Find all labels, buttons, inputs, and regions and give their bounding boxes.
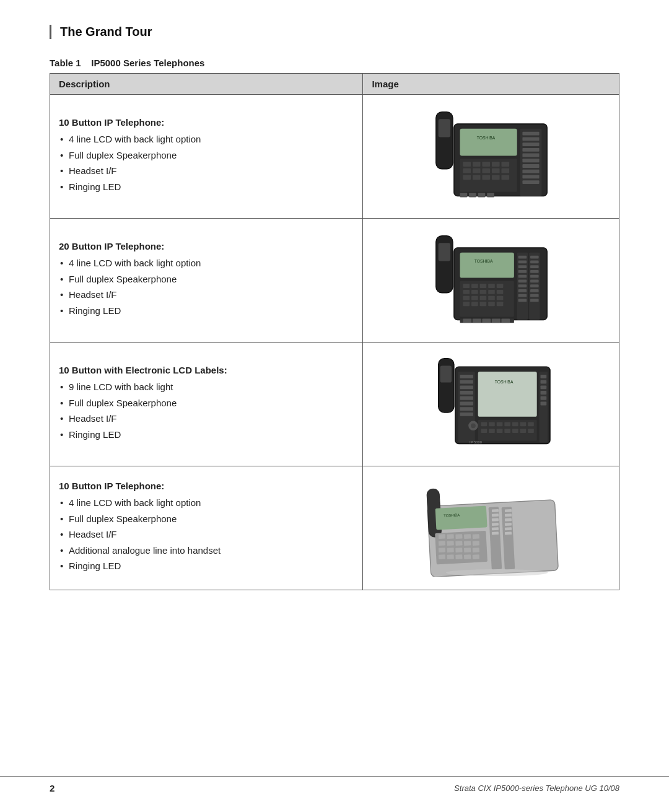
svg-rect-19: [482, 162, 490, 167]
svg-rect-60: [530, 289, 539, 292]
svg-rect-105: [540, 375, 546, 378]
svg-text:TOSHIBA: TOSHIBA: [495, 380, 514, 384]
list-item: Additional analogue line into handset: [59, 544, 354, 558]
svg-rect-50: [518, 294, 527, 297]
svg-rect-21: [501, 162, 509, 167]
list-item: Full duplex Speakerphone: [59, 273, 354, 287]
svg-rect-117: [520, 422, 526, 427]
svg-rect-122: [504, 429, 510, 433]
svg-rect-142: [505, 513, 512, 517]
svg-rect-57: [530, 275, 539, 278]
svg-rect-54: [530, 260, 539, 263]
svg-rect-99: [460, 391, 473, 395]
svg-rect-125: [528, 429, 534, 433]
svg-rect-7: [522, 137, 539, 141]
svg-rect-77: [488, 296, 495, 300]
svg-rect-45: [518, 270, 527, 273]
page-footer: 2 Strata CIX IP5000-series Telephone UG …: [0, 776, 669, 793]
svg-rect-149: [447, 534, 453, 539]
svg-rect-121: [496, 429, 502, 433]
svg-rect-44: [518, 265, 527, 268]
svg-rect-156: [464, 541, 471, 546]
svg-rect-108: [540, 391, 546, 395]
svg-rect-64: [463, 284, 470, 288]
svg-rect-115: [504, 422, 510, 427]
svg-rect-135: [492, 513, 499, 517]
svg-rect-42: [518, 256, 527, 259]
svg-rect-46: [518, 275, 527, 278]
svg-rect-151: [464, 534, 471, 539]
svg-rect-120: [489, 429, 495, 433]
page-number: 2: [50, 783, 55, 793]
svg-rect-32: [460, 193, 467, 198]
svg-rect-72: [488, 290, 495, 294]
svg-rect-71: [479, 290, 486, 294]
svg-rect-116: [512, 422, 518, 427]
feature-list: 9 line LCD with back lightFull duplex Sp…: [59, 380, 354, 442]
svg-rect-89: [501, 319, 510, 323]
svg-rect-29: [482, 175, 490, 180]
svg-rect-103: [460, 413, 473, 416]
svg-rect-35: [487, 193, 494, 198]
svg-rect-56: [530, 270, 539, 273]
svg-rect-74: [463, 296, 470, 300]
svg-rect-82: [488, 302, 495, 306]
svg-rect-165: [455, 554, 462, 559]
svg-rect-153: [439, 541, 445, 546]
table-heading: IP5000 Series Telephones: [91, 58, 204, 68]
svg-point-127: [471, 423, 476, 428]
list-item: Headset I/F: [59, 288, 354, 302]
description-cell: 10 Button IP Telephone:4 line LCD with b…: [50, 95, 363, 219]
svg-rect-102: [460, 407, 473, 411]
svg-rect-48: [518, 284, 527, 287]
doc-title: Strata CIX IP5000-series Telephone UG 10…: [454, 784, 619, 793]
list-item: Ringing LED: [59, 559, 354, 574]
svg-rect-22: [463, 168, 471, 173]
svg-rect-136: [492, 518, 499, 522]
table-label: Table 1: [50, 58, 81, 68]
phone-image: TOSHIBA IP: [423, 354, 559, 453]
feature-list: 4 line LCD with back light optionFull du…: [59, 133, 354, 194]
svg-rect-85: [463, 319, 471, 323]
svg-rect-31: [501, 175, 509, 180]
svg-rect-80: [471, 302, 478, 306]
col-image-header: Image: [363, 74, 619, 95]
svg-rect-24: [482, 168, 490, 173]
svg-rect-49: [518, 289, 527, 292]
svg-rect-10: [522, 154, 539, 157]
svg-rect-138: [492, 527, 499, 530]
svg-rect-110: [540, 402, 546, 406]
list-item: Ringing LED: [59, 180, 354, 194]
image-cell: TOSHIBA: [363, 219, 619, 343]
table-title: Table 1 IP5000 Series Telephones: [50, 58, 619, 68]
svg-rect-25: [492, 168, 500, 173]
table-row: 20 Button IP Telephone:4 line LCD with b…: [50, 219, 619, 343]
svg-rect-18: [473, 162, 481, 167]
phone-title: 10 Button IP Telephone:: [59, 117, 354, 128]
svg-rect-30: [492, 175, 500, 180]
svg-rect-61: [530, 294, 539, 297]
svg-rect-73: [496, 290, 503, 294]
svg-rect-59: [530, 284, 539, 287]
list-item: Headset I/F: [59, 412, 354, 426]
svg-point-168: [446, 569, 548, 576]
svg-rect-145: [505, 527, 512, 530]
svg-rect-65: [471, 284, 478, 288]
svg-rect-141: [505, 509, 512, 512]
svg-rect-26: [501, 168, 509, 173]
svg-rect-144: [505, 523, 512, 526]
svg-rect-112: [481, 422, 487, 427]
phone-image: TOSHIBA: [423, 106, 559, 205]
svg-rect-58: [530, 279, 539, 282]
svg-rect-55: [530, 265, 539, 268]
description-cell: 20 Button IP Telephone:4 line LCD with b…: [50, 219, 363, 343]
description-cell: 10 Button IP Telephone:4 line LCD with b…: [50, 466, 363, 590]
svg-rect-6: [522, 132, 539, 136]
svg-rect-23: [473, 168, 481, 173]
svg-rect-118: [528, 422, 534, 427]
list-item: 4 line LCD with back light option: [59, 133, 354, 147]
svg-rect-158: [439, 548, 445, 552]
svg-rect-161: [464, 548, 471, 552]
phones-table: Description Image 10 Button IP Telephone…: [50, 73, 619, 590]
page-header: The Grand Tour: [50, 25, 619, 39]
